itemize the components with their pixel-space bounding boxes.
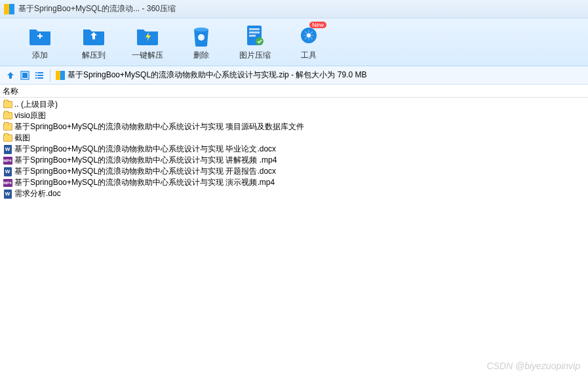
file-name: 基于SpringBoo+MySQL的流浪动物救助中心系统设计与实现 项目源码及数… <box>14 121 304 132</box>
extract-to-label: 解压到 <box>82 50 106 61</box>
add-folder-icon <box>28 24 52 47</box>
one-click-label: 一键解压 <box>132 50 163 61</box>
image-compress-label: 图片压缩 <box>239 50 271 61</box>
view-list-icon[interactable] <box>34 70 45 81</box>
tools-button[interactable]: New 工具 <box>282 19 336 65</box>
add-button[interactable]: 添加 <box>13 19 67 65</box>
file-name: .. (上级目录) <box>14 99 58 110</box>
svg-rect-4 <box>249 28 260 30</box>
svg-rect-16 <box>35 77 37 79</box>
file-list: .. (上级目录)visio原图基于SpringBoo+MySQL的流浪动物救助… <box>0 98 588 201</box>
folder-icon <box>3 100 12 110</box>
extract-folder-icon <box>82 24 106 47</box>
file-name: 需求分析.doc <box>14 188 61 199</box>
doc-icon: W <box>3 190 12 199</box>
file-name: 基于SpringBoo+MySQL的流浪动物救助中心系统设计与实现 演示视频.m… <box>14 177 275 188</box>
svg-rect-12 <box>35 72 37 73</box>
archive-file-icon <box>56 71 65 80</box>
delete-label: 删除 <box>193 50 209 61</box>
title-bar: 基于SpringBoo+MySQL的流浪动... - 360压缩 <box>0 0 588 18</box>
file-row[interactable]: W基于SpringBoo+MySQL的流浪动物救助中心系统设计与实现 毕业论文.… <box>3 144 585 155</box>
svg-rect-6 <box>249 35 256 37</box>
window-title: 基于SpringBoo+MySQL的流浪动... - 360压缩 <box>18 3 176 14</box>
docx-icon: W <box>3 167 12 176</box>
column-name-header: 名称 <box>3 87 18 96</box>
file-name: 基于SpringBoo+MySQL的流浪动物救助中心系统设计与实现 开题报告.d… <box>14 166 276 177</box>
folder-icon <box>3 134 12 143</box>
svg-rect-1 <box>39 33 41 39</box>
up-arrow-icon[interactable] <box>5 70 16 81</box>
new-badge: New <box>309 22 326 28</box>
file-name: 截图 <box>14 132 30 144</box>
trash-icon <box>189 24 213 47</box>
svg-rect-17 <box>37 77 43 79</box>
one-click-extract-button[interactable]: 一键解压 <box>121 19 174 65</box>
file-row[interactable]: MP4基于SpringBoo+MySQL的流浪动物救助中心系统设计与实现 演示视… <box>3 177 585 188</box>
file-row[interactable]: W基于SpringBoo+MySQL的流浪动物救助中心系统设计与实现 开题报告.… <box>3 166 585 177</box>
file-row[interactable]: W需求分析.doc <box>3 188 585 199</box>
svg-rect-13 <box>37 72 43 73</box>
file-row[interactable]: MP4基于SpringBoo+MySQL的流浪动物救助中心系统设计与实现 讲解视… <box>3 155 585 166</box>
svg-rect-11 <box>22 73 28 78</box>
svg-rect-14 <box>35 75 37 76</box>
svg-rect-15 <box>37 75 43 76</box>
main-toolbar: 添加 解压到 一键解压 删除 图片压缩 New 工具 <box>0 18 588 66</box>
file-name: 基于SpringBoo+MySQL的流浪动物救助中心系统设计与实现 讲解视频 .… <box>14 155 277 166</box>
file-row[interactable]: .. (上级目录) <box>3 99 585 110</box>
lightning-folder-icon <box>136 24 159 47</box>
svg-point-2 <box>194 28 208 31</box>
image-compress-icon <box>243 24 267 47</box>
file-name: 基于SpringBoo+MySQL的流浪动物救助中心系统设计与实现 毕业论文.d… <box>14 144 276 155</box>
tools-label: 工具 <box>301 50 317 61</box>
svg-rect-5 <box>249 31 260 33</box>
path-display[interactable]: 基于SpringBoo+MySQL的流浪动物救助中心系统设计与实现.zip - … <box>56 70 366 81</box>
app-icon <box>4 4 14 14</box>
archive-path-text: 基于SpringBoo+MySQL的流浪动物救助中心系统设计与实现.zip - … <box>68 70 366 81</box>
folder-icon <box>3 123 12 132</box>
column-header-row[interactable]: 名称 <box>0 85 588 98</box>
file-row[interactable]: visio原图 <box>3 110 585 121</box>
add-label: 添加 <box>32 50 48 61</box>
file-row[interactable]: 基于SpringBoo+MySQL的流浪动物救助中心系统设计与实现 项目源码及数… <box>3 121 585 132</box>
docx-icon: W <box>3 145 12 154</box>
image-compress-button[interactable]: 图片压缩 <box>228 19 282 65</box>
extract-to-button[interactable]: 解压到 <box>67 19 121 65</box>
navigation-bar: 基于SpringBoo+MySQL的流浪动物救助中心系统设计与实现.zip - … <box>0 66 588 85</box>
file-name: visio原图 <box>14 110 46 121</box>
svg-point-9 <box>307 33 311 37</box>
file-row[interactable]: 截图 <box>3 132 585 144</box>
view-detail-icon[interactable] <box>20 70 30 81</box>
folder-icon <box>3 111 12 121</box>
watermark-text: CSDN @biyezuopinvip <box>486 361 580 371</box>
mp4-icon: MP4 <box>3 156 12 165</box>
delete-button[interactable]: 删除 <box>174 19 228 65</box>
mp4-icon: MP4 <box>3 178 12 188</box>
